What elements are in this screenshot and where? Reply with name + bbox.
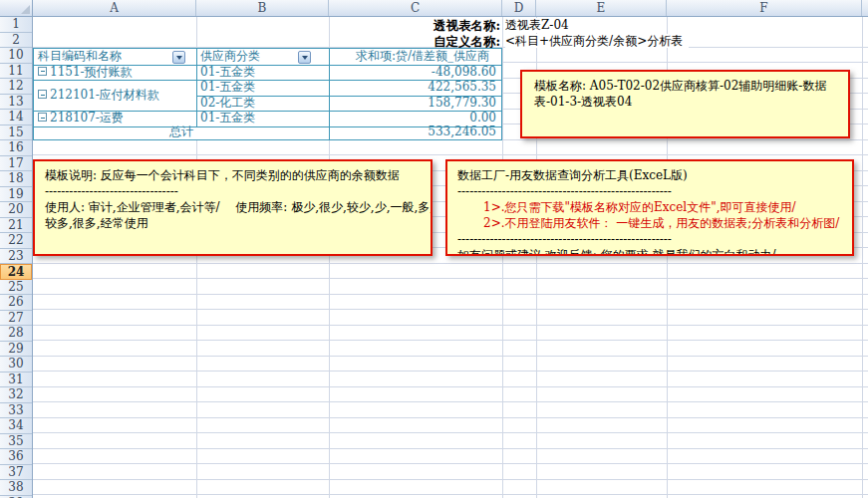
tool-step-1: 1>.您只需下载"模板名称对应的Excel文件",即可直接使用/ bbox=[483, 199, 842, 215]
collapse-minus-icon[interactable] bbox=[38, 113, 47, 122]
row-field-filter-dropdown-icon[interactable] bbox=[172, 51, 185, 64]
collapse-minus-icon[interactable] bbox=[38, 67, 47, 76]
row-header-38[interactable]: 38 bbox=[0, 480, 32, 496]
row-header-21[interactable]: 21 bbox=[0, 218, 32, 234]
template-name-box[interactable]: 模板名称: A05-T02-02供应商核算-02辅助明细账-数据表-01-3-透… bbox=[520, 70, 850, 138]
desc-usage-line2: 较多,很多,经常使用 bbox=[45, 215, 421, 231]
desc-divider: --------------------------------- bbox=[45, 183, 421, 199]
pivot-value-cell[interactable]: -48,098.60 bbox=[432, 65, 496, 81]
pivot-row-field-header[interactable]: 科目编码和名称 bbox=[38, 49, 122, 65]
pivot-category-cell[interactable]: 01-五金类 bbox=[200, 65, 255, 81]
dropdown-arrow-icon bbox=[302, 56, 308, 60]
cell-d2-custom-name-value[interactable]: <科目+供应商分类/余额>分析表 bbox=[505, 34, 689, 49]
subject-label: 1151-预付账款 bbox=[50, 65, 133, 79]
select-all-corner[interactable] bbox=[0, 0, 33, 17]
tool-step-2: 2>.不用登陆用友软件： 一键生成，用友的数据表;分析表和分析图/ bbox=[483, 215, 842, 231]
pivot-category-cell[interactable]: 02-化工类 bbox=[200, 96, 255, 112]
subject-label: 212101-应付材料款 bbox=[50, 88, 159, 102]
desc-usage-line1: 使用人: 审计,企业管理者,会计等/ 使用频率: 极少,很少,较少,少,一般,多… bbox=[45, 199, 421, 215]
row-header-32[interactable]: 32 bbox=[0, 387, 32, 403]
subject-label: 218107-运费 bbox=[50, 111, 124, 124]
gridline-col-f-g bbox=[862, 17, 863, 498]
row-header-29[interactable]: 29 bbox=[0, 342, 32, 358]
tool-divider-2: ----------------------------------------… bbox=[457, 231, 842, 247]
cell-c2-custom-name-label[interactable]: 自定义名称: bbox=[332, 34, 500, 49]
pivot-grand-total-value[interactable]: 533,246.05 bbox=[428, 124, 496, 140]
column-header-b[interactable]: B bbox=[196, 0, 329, 16]
row-header-15[interactable]: 15 bbox=[0, 125, 32, 141]
column-header-d[interactable]: D bbox=[502, 0, 536, 16]
pivot-category-cell[interactable]: 01-五金类 bbox=[200, 80, 255, 96]
row-header-30[interactable]: 30 bbox=[0, 357, 32, 373]
column-header-f[interactable]: F bbox=[667, 0, 862, 16]
col-field-filter-dropdown-icon[interactable] bbox=[298, 51, 311, 64]
column-header-a[interactable]: A bbox=[33, 0, 196, 16]
row-header-22[interactable]: 22 bbox=[0, 233, 32, 249]
cell-c1-pivot-name-label[interactable]: 透视表名称: bbox=[332, 18, 500, 33]
pivot-table: 科目编码和名称 供应商分类 求和项:贷/借差额_供应商 1151-预付账款 01… bbox=[33, 48, 502, 140]
row-header-1[interactable]: 1 bbox=[0, 17, 32, 33]
collapse-minus-icon[interactable] bbox=[38, 90, 47, 99]
pivot-grand-total-label[interactable]: 总计 bbox=[34, 124, 329, 140]
row-headers: 1210111213141516171819202122232425262728… bbox=[0, 17, 33, 498]
row-header-25[interactable]: 25 bbox=[0, 280, 32, 296]
row-header-20[interactable]: 20 bbox=[0, 202, 32, 218]
column-headers: A B C D E F bbox=[0, 0, 868, 17]
pivot-value-field-header[interactable]: 求和项:贷/借差额_供应商 bbox=[356, 49, 489, 65]
row-header-28[interactable]: 28 bbox=[0, 326, 32, 342]
column-header-c[interactable]: C bbox=[329, 0, 502, 16]
row-header-18[interactable]: 18 bbox=[0, 171, 32, 187]
row-header-24[interactable]: 24 bbox=[0, 264, 32, 280]
row-header-11[interactable]: 11 bbox=[0, 64, 32, 80]
row-header-34[interactable]: 34 bbox=[0, 418, 32, 434]
row-header-13[interactable]: 13 bbox=[0, 95, 32, 111]
row-header-33[interactable]: 33 bbox=[0, 403, 32, 419]
pivot-border bbox=[329, 49, 330, 139]
row-header-26[interactable]: 26 bbox=[0, 295, 32, 311]
row-header-10[interactable]: 10 bbox=[0, 48, 32, 64]
pivot-subject-1151[interactable]: 1151-预付账款 bbox=[38, 65, 133, 81]
column-header-e[interactable]: E bbox=[536, 0, 667, 16]
pivot-col-field-header[interactable]: 供应商分类 bbox=[200, 49, 260, 65]
row-header-31[interactable]: 31 bbox=[0, 373, 32, 388]
row-header-23[interactable]: 23 bbox=[0, 249, 32, 265]
pivot-border bbox=[196, 49, 197, 126]
row-header-2[interactable]: 2 bbox=[0, 33, 32, 49]
cell-d1-pivot-name-value[interactable]: 透视表Z-04 bbox=[505, 18, 575, 33]
row-header-19[interactable]: 19 bbox=[0, 187, 32, 203]
tool-title: 数据工厂-用友数据查询分析工具(ExceL版) bbox=[457, 167, 842, 183]
row-header-35[interactable]: 35 bbox=[0, 434, 32, 450]
desc-title: 模板说明: 反应每一个会计科目下，不同类别的的供应商的余额数据 bbox=[45, 167, 421, 183]
pivot-value-cell[interactable]: 158,779.30 bbox=[428, 96, 496, 112]
row-header-16[interactable]: 16 bbox=[0, 140, 32, 156]
dropdown-arrow-icon bbox=[176, 56, 182, 60]
tool-footer: 如有问题或建议,欢迎反馈; 您的要求,就是我们的方向和动力/ bbox=[457, 247, 842, 256]
template-description-box[interactable]: 模板说明: 反应每一个会计科目下，不同类别的的供应商的余额数据 --------… bbox=[33, 159, 433, 256]
select-all-triangle-icon bbox=[21, 5, 30, 14]
pivot-subject-212101[interactable]: 212101-应付材料款 bbox=[38, 80, 159, 111]
template-name-text: 模板名称: A05-T02-02供应商核算-02辅助明细账-数据表-01-3-透… bbox=[534, 78, 836, 110]
tool-divider-1: ----------------------------------------… bbox=[457, 183, 842, 199]
gridline-col-c-d bbox=[502, 17, 503, 498]
data-factory-tool-box[interactable]: 数据工厂-用友数据查询分析工具(ExceL版) ----------------… bbox=[445, 159, 854, 256]
row-header-37[interactable]: 37 bbox=[0, 465, 32, 481]
excel-spreadsheet: 透视表名称: 透视表Z-04 自定义名称: <科目+供应商分类/余额>分析表 科… bbox=[0, 0, 868, 498]
row-header-12[interactable]: 12 bbox=[0, 79, 32, 95]
row-header-27[interactable]: 27 bbox=[0, 311, 32, 327]
row-header-36[interactable]: 36 bbox=[0, 449, 32, 465]
pivot-value-cell[interactable]: 422,565.35 bbox=[428, 80, 496, 96]
row-header-17[interactable]: 17 bbox=[0, 156, 32, 172]
row-header-14[interactable]: 14 bbox=[0, 110, 32, 125]
